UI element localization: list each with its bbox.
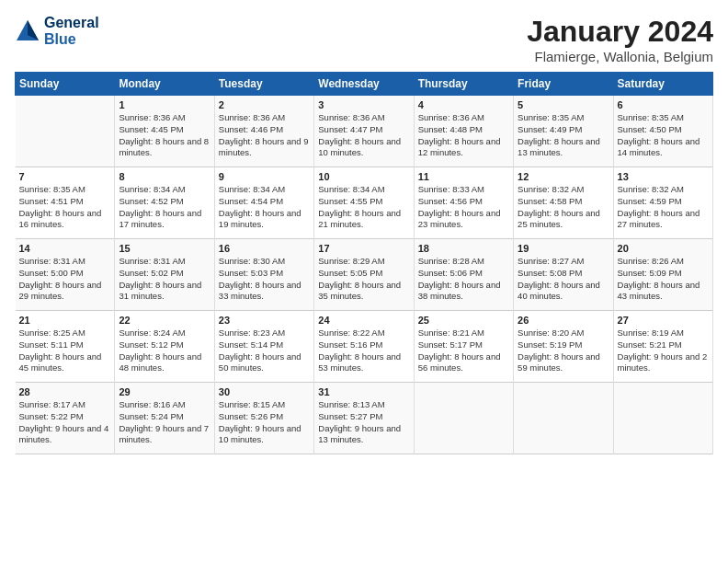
calendar-cell: 15Sunrise: 8:31 AMSunset: 5:02 PMDayligh… (115, 239, 214, 311)
calendar-cell (613, 383, 712, 454)
cell-details: Sunrise: 8:23 AMSunset: 5:14 PMDaylight:… (219, 327, 310, 374)
calendar-cell: 9Sunrise: 8:34 AMSunset: 4:54 PMDaylight… (214, 167, 313, 239)
calendar-cell: 11Sunrise: 8:33 AMSunset: 4:56 PMDayligh… (414, 167, 513, 239)
cell-details: Sunrise: 8:34 AMSunset: 4:55 PMDaylight:… (318, 184, 409, 231)
logo: General Blue (15, 15, 99, 47)
calendar-cell (16, 96, 115, 167)
day-number: 25 (418, 315, 509, 326)
day-number: 14 (19, 243, 111, 254)
cell-details: Sunrise: 8:36 AMSunset: 4:46 PMDaylight:… (219, 112, 310, 159)
weekday-header-monday: Monday (115, 73, 214, 96)
calendar-cell: 26Sunrise: 8:20 AMSunset: 5:19 PMDayligh… (514, 311, 613, 383)
day-number: 30 (219, 386, 310, 397)
calendar-cell (514, 383, 613, 454)
calendar-cell: 16Sunrise: 8:30 AMSunset: 5:03 PMDayligh… (214, 239, 313, 311)
day-number: 27 (618, 315, 709, 326)
calendar-cell: 31Sunrise: 8:13 AMSunset: 5:27 PMDayligh… (314, 383, 414, 454)
calendar-cell: 21Sunrise: 8:25 AMSunset: 5:11 PMDayligh… (16, 311, 115, 383)
day-number: 8 (119, 171, 210, 182)
cell-details: Sunrise: 8:31 AMSunset: 5:02 PMDaylight:… (119, 256, 210, 303)
day-number: 20 (618, 243, 709, 254)
calendar-cell: 25Sunrise: 8:21 AMSunset: 5:17 PMDayligh… (414, 311, 513, 383)
calendar-cell: 8Sunrise: 8:34 AMSunset: 4:52 PMDaylight… (115, 167, 214, 239)
cell-details: Sunrise: 8:21 AMSunset: 5:17 PMDaylight:… (418, 327, 509, 374)
main-title: January 2024 (527, 15, 713, 49)
day-number: 5 (518, 99, 609, 110)
calendar-cell: 23Sunrise: 8:23 AMSunset: 5:14 PMDayligh… (214, 311, 313, 383)
title-block: January 2024 Flamierge, Wallonia, Belgiu… (527, 15, 713, 64)
calendar-cell: 22Sunrise: 8:24 AMSunset: 5:12 PMDayligh… (115, 311, 214, 383)
cell-details: Sunrise: 8:29 AMSunset: 5:05 PMDaylight:… (318, 256, 409, 303)
calendar-cell (414, 383, 513, 454)
cell-details: Sunrise: 8:16 AMSunset: 5:24 PMDaylight:… (119, 399, 210, 446)
cell-details: Sunrise: 8:32 AMSunset: 4:58 PMDaylight:… (518, 184, 609, 231)
cell-details: Sunrise: 8:30 AMSunset: 5:03 PMDaylight:… (219, 256, 310, 303)
day-number: 15 (119, 243, 210, 254)
day-number: 2 (219, 99, 310, 110)
calendar-cell: 3Sunrise: 8:36 AMSunset: 4:47 PMDaylight… (314, 96, 414, 167)
cell-details: Sunrise: 8:35 AMSunset: 4:49 PMDaylight:… (518, 112, 609, 159)
calendar-cell: 18Sunrise: 8:28 AMSunset: 5:06 PMDayligh… (414, 239, 513, 311)
cell-details: Sunrise: 8:31 AMSunset: 5:00 PMDaylight:… (19, 256, 111, 303)
calendar-cell: 4Sunrise: 8:36 AMSunset: 4:48 PMDaylight… (414, 96, 513, 167)
logo-text: General Blue (44, 15, 99, 47)
subtitle: Flamierge, Wallonia, Belgium (527, 49, 713, 64)
cell-details: Sunrise: 8:33 AMSunset: 4:56 PMDaylight:… (418, 184, 509, 231)
cell-details: Sunrise: 8:25 AMSunset: 5:11 PMDaylight:… (19, 327, 111, 374)
cell-details: Sunrise: 8:19 AMSunset: 5:21 PMDaylight:… (618, 327, 709, 374)
cell-details: Sunrise: 8:13 AMSunset: 5:27 PMDaylight:… (318, 399, 409, 446)
day-number: 4 (418, 99, 509, 110)
cell-details: Sunrise: 8:26 AMSunset: 5:09 PMDaylight:… (618, 256, 709, 303)
cell-details: Sunrise: 8:15 AMSunset: 5:26 PMDaylight:… (219, 399, 310, 446)
day-number: 10 (318, 171, 409, 182)
cell-details: Sunrise: 8:20 AMSunset: 5:19 PMDaylight:… (518, 327, 609, 374)
calendar-cell: 10Sunrise: 8:34 AMSunset: 4:55 PMDayligh… (314, 167, 414, 239)
calendar-cell: 28Sunrise: 8:17 AMSunset: 5:22 PMDayligh… (16, 383, 115, 454)
day-number: 9 (219, 171, 310, 182)
calendar-week-row: 21Sunrise: 8:25 AMSunset: 5:11 PMDayligh… (16, 311, 713, 383)
calendar-cell: 6Sunrise: 8:35 AMSunset: 4:50 PMDaylight… (613, 96, 712, 167)
day-number: 12 (518, 171, 609, 182)
cell-details: Sunrise: 8:35 AMSunset: 4:50 PMDaylight:… (618, 112, 709, 159)
calendar-cell: 20Sunrise: 8:26 AMSunset: 5:09 PMDayligh… (613, 239, 712, 311)
calendar-cell: 2Sunrise: 8:36 AMSunset: 4:46 PMDaylight… (214, 96, 313, 167)
calendar-cell: 7Sunrise: 8:35 AMSunset: 4:51 PMDaylight… (16, 167, 115, 239)
calendar-cell: 19Sunrise: 8:27 AMSunset: 5:08 PMDayligh… (514, 239, 613, 311)
calendar-week-row: 1Sunrise: 8:36 AMSunset: 4:45 PMDaylight… (16, 96, 713, 167)
cell-details: Sunrise: 8:32 AMSunset: 4:59 PMDaylight:… (618, 184, 709, 231)
calendar-cell: 29Sunrise: 8:16 AMSunset: 5:24 PMDayligh… (115, 383, 214, 454)
calendar-cell: 12Sunrise: 8:32 AMSunset: 4:58 PMDayligh… (514, 167, 613, 239)
calendar-week-row: 14Sunrise: 8:31 AMSunset: 5:00 PMDayligh… (16, 239, 713, 311)
day-number: 29 (119, 386, 210, 397)
cell-details: Sunrise: 8:28 AMSunset: 5:06 PMDaylight:… (418, 256, 509, 303)
cell-details: Sunrise: 8:24 AMSunset: 5:12 PMDaylight:… (119, 327, 210, 374)
day-number: 21 (19, 315, 111, 326)
calendar-week-row: 28Sunrise: 8:17 AMSunset: 5:22 PMDayligh… (16, 383, 713, 454)
cell-details: Sunrise: 8:36 AMSunset: 4:45 PMDaylight:… (119, 112, 210, 159)
logo-icon (15, 18, 40, 44)
day-number: 11 (418, 171, 509, 182)
cell-details: Sunrise: 8:34 AMSunset: 4:52 PMDaylight:… (119, 184, 210, 231)
day-number: 6 (618, 99, 709, 110)
cell-details: Sunrise: 8:36 AMSunset: 4:47 PMDaylight:… (318, 112, 409, 159)
day-number: 3 (318, 99, 409, 110)
cell-details: Sunrise: 8:27 AMSunset: 5:08 PMDaylight:… (518, 256, 609, 303)
calendar-cell: 5Sunrise: 8:35 AMSunset: 4:49 PMDaylight… (514, 96, 613, 167)
weekday-header-wednesday: Wednesday (314, 73, 414, 96)
day-number: 22 (119, 315, 210, 326)
day-number: 28 (19, 386, 111, 397)
day-number: 1 (119, 99, 210, 110)
calendar-cell: 27Sunrise: 8:19 AMSunset: 5:21 PMDayligh… (613, 311, 712, 383)
calendar-cell: 13Sunrise: 8:32 AMSunset: 4:59 PMDayligh… (613, 167, 712, 239)
cell-details: Sunrise: 8:22 AMSunset: 5:16 PMDaylight:… (318, 327, 409, 374)
calendar-cell: 14Sunrise: 8:31 AMSunset: 5:00 PMDayligh… (16, 239, 115, 311)
calendar-cell: 30Sunrise: 8:15 AMSunset: 5:26 PMDayligh… (214, 383, 313, 454)
day-number: 23 (219, 315, 310, 326)
calendar-cell: 24Sunrise: 8:22 AMSunset: 5:16 PMDayligh… (314, 311, 414, 383)
cell-details: Sunrise: 8:35 AMSunset: 4:51 PMDaylight:… (19, 184, 111, 231)
weekday-header-sunday: Sunday (16, 73, 115, 96)
weekday-header-friday: Friday (514, 73, 613, 96)
header: General Blue January 2024 Flamierge, Wal… (15, 15, 713, 64)
calendar-table: SundayMondayTuesdayWednesdayThursdayFrid… (15, 72, 713, 454)
weekday-header-saturday: Saturday (613, 73, 712, 96)
